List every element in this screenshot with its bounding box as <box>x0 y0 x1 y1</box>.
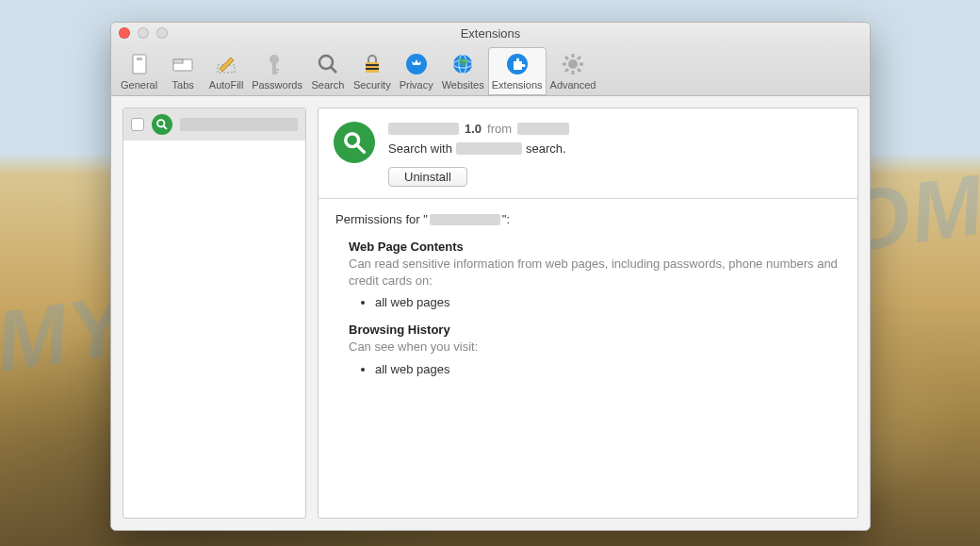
desc-prefix: Search with <box>388 141 452 156</box>
extension-icon <box>152 114 172 135</box>
svg-rect-12 <box>366 64 379 66</box>
extension-detail-panel: 1.0 from Search with search. Uninstall P… <box>318 108 858 519</box>
detail-header: 1.0 from Search with search. Uninstall <box>318 108 858 199</box>
window-title: Extensions <box>111 26 870 41</box>
websites-icon <box>449 51 476 77</box>
content-area: 1.0 from Search with search. Uninstall P… <box>111 96 870 530</box>
traffic-lights <box>119 27 168 39</box>
detail-header-text: 1.0 from Search with search. Uninstall <box>388 122 842 187</box>
extension-name-redacted <box>388 123 459 135</box>
extensions-sidebar <box>122 108 306 519</box>
close-button[interactable] <box>119 27 130 39</box>
tab-extensions[interactable]: Extensions <box>488 47 547 95</box>
extension-icon-large <box>334 122 375 163</box>
permissions-suffix: ": <box>502 212 510 226</box>
permissions-prefix: Permissions for " <box>335 212 428 226</box>
desc-redacted <box>456 142 522 155</box>
passwords-icon <box>264 51 290 77</box>
extension-name-redacted <box>180 118 298 131</box>
svg-rect-11 <box>366 62 379 73</box>
extension-list-item[interactable] <box>123 108 305 141</box>
tab-tabs[interactable]: Tabs <box>161 47 204 95</box>
permission-description: Can see when you visit: <box>349 339 841 356</box>
extensions-icon <box>504 51 531 77</box>
extension-version: 1.0 <box>465 122 482 136</box>
autofill-icon <box>213 51 239 77</box>
toolbar-label: Search <box>312 79 345 91</box>
general-icon <box>126 51 153 77</box>
svg-line-25 <box>578 69 580 72</box>
svg-line-29 <box>163 125 167 129</box>
extension-author-redacted <box>517 123 569 135</box>
svg-line-27 <box>578 57 580 59</box>
svg-point-9 <box>319 56 333 69</box>
tab-privacy[interactable]: Privacy <box>395 47 438 95</box>
zoom-button[interactable] <box>156 27 168 39</box>
extension-title-line: 1.0 from <box>388 122 842 136</box>
svg-rect-13 <box>366 68 379 70</box>
extension-description: Search with search. <box>388 141 842 156</box>
permissions-name-redacted <box>430 214 500 225</box>
tab-search[interactable]: Search <box>306 47 350 95</box>
svg-rect-8 <box>274 72 278 74</box>
svg-line-26 <box>565 69 568 72</box>
svg-rect-1 <box>137 58 142 60</box>
desc-suffix: search. <box>526 141 566 156</box>
permissions-title: Permissions for " ": <box>335 212 841 226</box>
svg-point-5 <box>270 55 279 64</box>
toolbar-label: Advanced <box>550 79 596 91</box>
tab-general[interactable]: General <box>117 47 161 95</box>
search-icon <box>315 51 341 77</box>
titlebar: Extensions <box>111 23 870 43</box>
minimize-button[interactable] <box>138 27 149 39</box>
security-icon <box>359 51 385 77</box>
tab-passwords[interactable]: Passwords <box>248 47 306 95</box>
tab-advanced[interactable]: Advanced <box>547 47 600 95</box>
permission-list-item: all web pages <box>375 295 841 309</box>
preferences-toolbar: General Tabs AutoFill Passwords Search <box>111 43 870 96</box>
uninstall-button[interactable]: Uninstall <box>388 167 467 187</box>
svg-line-24 <box>565 57 568 59</box>
extension-enable-checkbox[interactable] <box>131 118 144 131</box>
toolbar-label: Security <box>353 79 391 91</box>
privacy-icon <box>403 51 430 77</box>
preferences-window: Extensions General Tabs AutoFill Passwor… <box>110 22 871 531</box>
svg-rect-7 <box>274 69 279 71</box>
toolbar-label: General <box>121 79 157 91</box>
from-label: from <box>487 122 512 136</box>
toolbar-label: AutoFill <box>209 79 244 91</box>
tab-security[interactable]: Security <box>350 47 395 95</box>
toolbar-label: Passwords <box>252 79 302 91</box>
permission-heading: Web Page Contents <box>349 240 841 254</box>
permissions-section: Permissions for " ": Web Page Contents C… <box>318 199 858 389</box>
permission-browsing-history: Browsing History Can see when you visit:… <box>335 323 841 375</box>
tab-autofill[interactable]: AutoFill <box>204 47 248 95</box>
svg-line-31 <box>356 144 364 152</box>
svg-line-10 <box>331 67 336 73</box>
toolbar-label: Tabs <box>172 79 194 91</box>
toolbar-label: Websites <box>442 79 484 91</box>
permission-description: Can read sensitive information from web … <box>349 256 841 290</box>
permission-list-item: all web pages <box>375 362 841 376</box>
toolbar-label: Extensions <box>492 79 543 91</box>
permission-web-page-contents: Web Page Contents Can read sensitive inf… <box>335 240 841 309</box>
tab-websites[interactable]: Websites <box>438 47 488 95</box>
svg-rect-3 <box>173 59 183 63</box>
permission-heading: Browsing History <box>349 323 841 337</box>
tabs-icon <box>170 51 196 77</box>
advanced-icon <box>560 51 586 77</box>
toolbar-label: Privacy <box>400 79 433 91</box>
permission-list: all web pages <box>349 362 841 376</box>
svg-point-19 <box>568 59 578 69</box>
permission-list: all web pages <box>349 295 841 309</box>
